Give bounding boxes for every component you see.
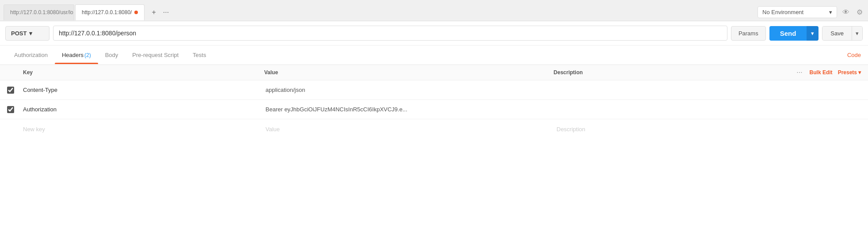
headers-table-header: Key Value Description ··· Bulk Edit Pres…	[0, 65, 868, 80]
new-row-key-placeholder[interactable]: New key	[23, 126, 266, 133]
gear-icon-button[interactable]: ⚙	[855, 6, 864, 18]
params-button[interactable]: Params	[731, 26, 766, 41]
row1-checkbox-container	[7, 87, 23, 94]
row1-key[interactable]: Content-Type	[23, 87, 266, 93]
tab-inactive[interactable]: http://127.0.0.1:8080/usr/lo	[4, 4, 74, 20]
eye-icon-button[interactable]: 👁	[841, 7, 851, 18]
method-select[interactable]: POST ▾	[5, 26, 49, 41]
presets-link[interactable]: Presets ▾	[838, 69, 861, 76]
save-group: Save ▾	[822, 26, 863, 41]
new-header-row: New key Value Description	[0, 119, 868, 139]
env-area: No Environment ▾ 👁 ⚙	[758, 6, 864, 18]
value-col-header: Value	[264, 69, 554, 76]
save-button[interactable]: Save	[822, 27, 852, 40]
send-button[interactable]: Send	[769, 26, 807, 41]
tab-body-label: Body	[105, 52, 118, 58]
presets-label: Presets	[838, 69, 857, 76]
new-row-value-placeholder[interactable]: Value	[266, 126, 557, 133]
url-input[interactable]	[53, 26, 727, 41]
tab-authorization[interactable]: Authorization	[7, 46, 55, 64]
row1-value[interactable]: application/json	[266, 87, 557, 93]
tab-headers-badge: (2)	[84, 52, 91, 58]
send-group: Send ▾	[769, 26, 819, 41]
tab-tests-label: Tests	[193, 52, 206, 58]
tab-headers-label: Headers	[62, 52, 84, 58]
code-link[interactable]: Code	[847, 52, 861, 58]
tab-unsaved-dot	[134, 11, 138, 14]
tab-headers[interactable]: Headers(2)	[55, 46, 98, 64]
tab-authorization-label: Authorization	[14, 52, 48, 58]
table-actions: ··· Bulk Edit Presets ▾	[795, 68, 861, 76]
presets-arrow-icon: ▾	[858, 69, 861, 76]
tab-pre-request-label: Pre-request Script	[132, 52, 179, 58]
tab-active[interactable]: http://127.0.0.1:8080/	[75, 4, 145, 20]
method-label: POST	[11, 30, 27, 37]
new-row-desc-placeholder[interactable]: Description	[556, 126, 799, 133]
env-label: No Environment	[762, 9, 826, 15]
row2-key[interactable]: Authorization	[23, 106, 266, 113]
tab-actions: + ···	[149, 7, 171, 18]
key-col-header: Key	[23, 69, 264, 76]
table-row: Content-Type application/json	[0, 80, 868, 100]
add-tab-button[interactable]: +	[149, 7, 158, 18]
sub-tabs: Authorization Headers(2) Body Pre-reques…	[0, 46, 868, 65]
save-dropdown-button[interactable]: ▾	[852, 27, 862, 40]
environment-select[interactable]: No Environment ▾	[758, 6, 837, 18]
desc-col-header: Description	[554, 69, 795, 76]
send-dropdown-button[interactable]: ▾	[807, 26, 819, 41]
tab-active-label: http://127.0.0.1:8080/	[82, 9, 132, 15]
tab-bar: http://127.0.0.1:8080/usr/lo http://127.…	[0, 0, 868, 21]
tab-tests[interactable]: Tests	[186, 46, 213, 64]
gear-icon: ⚙	[857, 8, 863, 16]
table-row: Authorization Bearer eyJhbGciOiJFUzM4NCI…	[0, 100, 868, 119]
tab-body[interactable]: Body	[98, 46, 126, 64]
row2-checkbox-container	[7, 106, 23, 113]
dots-menu-button[interactable]: ···	[795, 68, 804, 76]
row2-checkbox[interactable]	[7, 106, 14, 113]
row2-value[interactable]: Bearer eyJhbGciOiJFUzM4NCIsInR5cCI6IkpXV…	[266, 106, 557, 113]
row1-checkbox[interactable]	[7, 87, 14, 94]
env-chevron-icon: ▾	[829, 9, 832, 15]
method-chevron-icon: ▾	[29, 30, 32, 37]
url-bar: POST ▾ Params Send ▾ Save ▾	[0, 21, 868, 46]
bulk-edit-link[interactable]: Bulk Edit	[810, 69, 833, 76]
more-tabs-button[interactable]: ···	[160, 7, 171, 18]
tab-pre-request-script[interactable]: Pre-request Script	[125, 46, 186, 64]
tab-inactive-label: http://127.0.0.1:8080/usr/lo	[10, 9, 73, 15]
eye-icon: 👁	[842, 8, 849, 16]
